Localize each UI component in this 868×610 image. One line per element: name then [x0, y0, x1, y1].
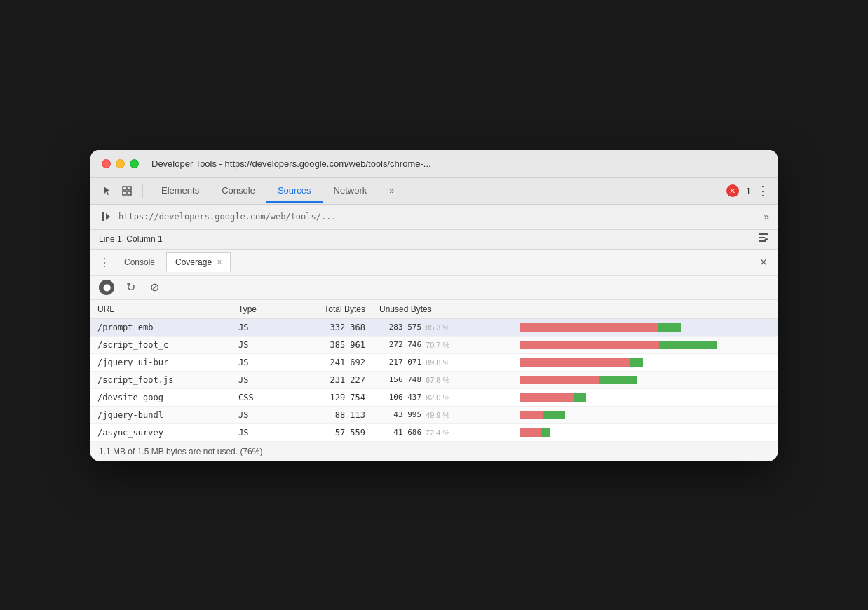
table-row[interactable]: /jquery-bundl JS 88 113 43 995 49.9 %: [90, 406, 778, 423]
tab-navigation: Elements Console Sources Network »: [150, 179, 724, 203]
bar-cell: [513, 423, 778, 441]
table-row[interactable]: /async_survey JS 57 559 41 686 72.4 %: [90, 423, 778, 441]
secondary-bar: https://developers.google.com/web/tools/…: [90, 205, 778, 230]
col-total: Total Bytes: [284, 300, 372, 319]
window-title: Developer Tools - https://developers.goo…: [151, 158, 431, 169]
svg-rect-1: [128, 187, 131, 190]
coverage-toolbar: ⬤ ↻ ⊘: [90, 276, 778, 300]
drawer-more-icon[interactable]: ⋮: [96, 254, 113, 271]
bar-cell: [513, 336, 778, 353]
svg-rect-8: [759, 240, 766, 242]
coverage-table-container: URL Type Total Bytes Unused Bytes /promp…: [90, 300, 778, 442]
type-cell: JS: [231, 353, 284, 371]
coverage-tab-close[interactable]: ×: [217, 257, 222, 267]
drawer: ⋮ Console Coverage × × ⬤ ↻ ⊘ URL Type: [90, 250, 778, 461]
bar-cell: [513, 388, 778, 406]
table-row[interactable]: /devsite-goog CSS 129 754 106 437 82.0 %: [90, 388, 778, 406]
more-menu-icon[interactable]: ⋮: [757, 183, 769, 198]
url-cell: /script_foot_c: [90, 336, 231, 353]
bar-cell: [513, 353, 778, 371]
url-cell: /prompt_emb: [90, 318, 231, 336]
col-bar: [513, 300, 778, 319]
format-button[interactable]: [758, 232, 769, 246]
drawer-close-button[interactable]: ×: [755, 254, 772, 271]
error-icon: ✕: [726, 184, 739, 197]
total-bytes-cell: 231 227: [284, 371, 372, 388]
url-cell: /jquery-bundl: [90, 406, 231, 423]
type-cell: JS: [231, 423, 284, 441]
col-unused: Unused Bytes: [372, 300, 513, 319]
title-bar: Developer Tools - https://developers.goo…: [90, 150, 778, 178]
total-bytes-cell: 385 961: [284, 336, 372, 353]
table-row[interactable]: /script_foot_c JS 385 961 272 746 70.7 %: [90, 336, 778, 353]
drawer-tab-console[interactable]: Console: [116, 253, 163, 271]
main-toolbar: Elements Console Sources Network » ✕ 1 ⋮: [90, 178, 778, 205]
maximize-button[interactable]: [130, 159, 139, 168]
coverage-table: URL Type Total Bytes Unused Bytes /promp…: [90, 300, 778, 442]
toolbar-right: ✕ 1 ⋮: [726, 183, 769, 198]
tab-network[interactable]: Network: [323, 179, 379, 203]
total-bytes-cell: 241 692: [284, 353, 372, 371]
unused-bytes-cell: 156 748 67.8 %: [372, 371, 513, 388]
tab-elements[interactable]: Elements: [150, 179, 210, 203]
unused-bytes-cell: 272 746 70.7 %: [372, 336, 513, 353]
traffic-lights: [102, 159, 139, 168]
bar-cell: [513, 318, 778, 336]
toolbar-divider: [142, 184, 143, 198]
secondary-more-icon[interactable]: »: [764, 211, 769, 222]
url-cell: /async_survey: [90, 423, 231, 441]
svg-rect-6: [759, 233, 768, 235]
svg-marker-5: [106, 213, 110, 220]
record-button[interactable]: ⬤: [99, 280, 114, 295]
footer-text: 1.1 MB of 1.5 MB bytes are not used. (76…: [99, 447, 262, 456]
url-cell: /script_foot.js: [90, 371, 231, 388]
cursor-icon[interactable]: [99, 182, 116, 199]
tab-more[interactable]: »: [378, 179, 405, 203]
table-row[interactable]: /jquery_ui-bur JS 241 692 217 071 89.8 %: [90, 353, 778, 371]
svg-rect-7: [759, 237, 765, 238]
url-cell: /devsite-goog: [90, 388, 231, 406]
error-count: 1: [746, 186, 751, 196]
unused-bytes-cell: 41 686 72.4 %: [372, 423, 513, 441]
total-bytes-cell: 57 559: [284, 423, 372, 441]
table-row[interactable]: /script_foot.js JS 231 227 156 748 67.8 …: [90, 371, 778, 388]
type-cell: JS: [231, 371, 284, 388]
svg-rect-0: [123, 187, 126, 190]
col-url: URL: [90, 300, 231, 319]
file-path: https://developers.google.com/web/tools/…: [118, 212, 758, 222]
status-bar: Line 1, Column 1: [90, 230, 778, 250]
drawer-tab-coverage[interactable]: Coverage ×: [166, 252, 231, 272]
type-cell: CSS: [231, 388, 284, 406]
svg-rect-3: [128, 191, 131, 195]
tab-sources[interactable]: Sources: [266, 179, 323, 203]
minimize-button[interactable]: [116, 159, 125, 168]
coverage-footer: 1.1 MB of 1.5 MB bytes are not used. (76…: [90, 442, 778, 461]
total-bytes-cell: 332 368: [284, 318, 372, 336]
type-cell: JS: [231, 336, 284, 353]
tab-console[interactable]: Console: [210, 179, 266, 203]
type-cell: JS: [231, 406, 284, 423]
close-button[interactable]: [102, 159, 111, 168]
cursor-position: Line 1, Column 1: [99, 234, 163, 244]
type-cell: JS: [231, 318, 284, 336]
drawer-tab-bar: ⋮ Console Coverage × ×: [90, 250, 778, 276]
url-cell: /jquery_ui-bur: [90, 353, 231, 371]
total-bytes-cell: 88 113: [284, 406, 372, 423]
refresh-button[interactable]: ↻: [123, 280, 138, 295]
svg-rect-4: [102, 212, 104, 221]
unused-bytes-cell: 283 575 85.3 %: [372, 318, 513, 336]
bar-cell: [513, 406, 778, 423]
table-row[interactable]: /prompt_emb JS 332 368 283 575 85.3 %: [90, 318, 778, 336]
play-button[interactable]: [99, 210, 113, 224]
unused-bytes-cell: 43 995 49.9 %: [372, 406, 513, 423]
devtools-window: Developer Tools - https://developers.goo…: [90, 150, 778, 461]
unused-bytes-cell: 217 071 89.8 %: [372, 353, 513, 371]
inspect-icon[interactable]: [118, 182, 135, 199]
svg-rect-2: [123, 191, 126, 195]
clear-button[interactable]: ⊘: [147, 280, 162, 295]
bar-cell: [513, 371, 778, 388]
col-type: Type: [231, 300, 284, 319]
unused-bytes-cell: 106 437 82.0 %: [372, 388, 513, 406]
total-bytes-cell: 129 754: [284, 388, 372, 406]
